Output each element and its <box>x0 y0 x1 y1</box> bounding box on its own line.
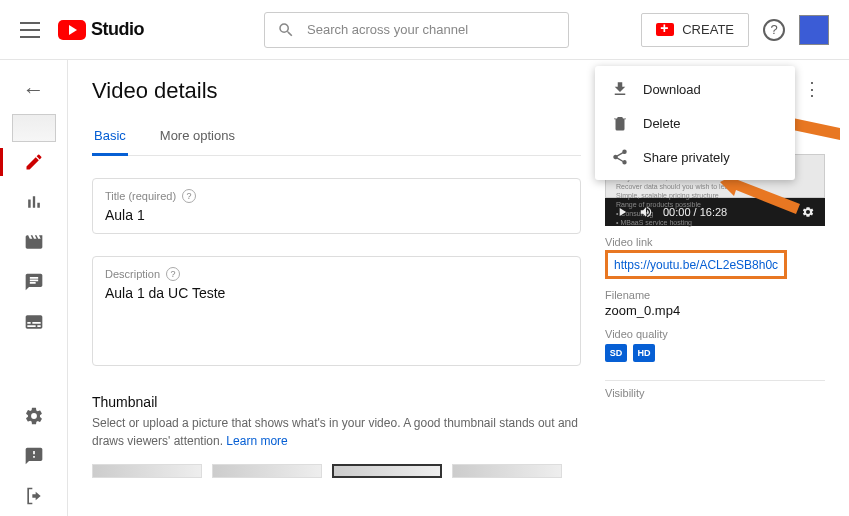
gear-icon <box>24 406 44 426</box>
description-label: Description ? <box>105 267 568 281</box>
nav-subtitles[interactable] <box>0 302 68 342</box>
user-avatar[interactable] <box>799 15 829 45</box>
share-icon <box>611 148 629 166</box>
feedback-icon <box>24 446 44 466</box>
create-label: CREATE <box>682 22 734 37</box>
filename-value: zoom_0.mp4 <box>605 303 825 318</box>
thumbnail-option[interactable] <box>92 464 202 478</box>
thumbnail-option[interactable] <box>452 464 562 478</box>
thumbnail-option[interactable] <box>212 464 322 478</box>
tab-more-options[interactable]: More options <box>158 118 237 155</box>
learn-more-link[interactable]: Learn more <box>226 434 287 448</box>
youtube-play-icon <box>58 20 86 40</box>
search-input[interactable]: Search across your channel <box>264 12 569 48</box>
nav-feedback[interactable] <box>0 436 68 476</box>
download-icon <box>611 80 629 98</box>
search-placeholder: Search across your channel <box>307 22 468 37</box>
quality-label: Video quality <box>605 328 825 340</box>
quality-badges: SD HD <box>605 344 825 362</box>
time-display: 00:00 / 16:28 <box>663 206 727 218</box>
filename-label: Filename <box>605 289 825 301</box>
volume-icon[interactable] <box>639 205 653 219</box>
help-icon[interactable]: ? <box>182 189 196 203</box>
thumbnail-section: Thumbnail Select or upload a picture tha… <box>92 394 581 478</box>
nav-comments[interactable] <box>0 262 68 302</box>
nav-analytics[interactable] <box>0 182 68 222</box>
create-button[interactable]: CREATE <box>641 13 749 47</box>
menu-download[interactable]: Download <box>595 72 795 106</box>
header-right: CREATE ? <box>641 13 829 47</box>
video-link[interactable]: https://youtu.be/ACL2eSB8h0c <box>614 258 778 272</box>
sd-badge: SD <box>605 344 627 362</box>
comments-icon <box>24 272 44 292</box>
create-icon <box>656 23 674 36</box>
side-panel: ⋮ Download Delete Share privately Busine… <box>605 78 825 516</box>
nav-whatsnew[interactable] <box>0 476 68 516</box>
visibility-label: Visibility <box>605 387 825 399</box>
thumbnail-desc: Select or upload a picture that shows wh… <box>92 414 581 450</box>
player-gear-icon[interactable] <box>801 205 815 219</box>
page-title: Video details <box>92 78 581 104</box>
video-thumbnail-nav[interactable] <box>12 114 56 142</box>
editor-icon <box>24 232 44 252</box>
tab-basic[interactable]: Basic <box>92 118 128 155</box>
title-value[interactable]: Aula 1 <box>105 207 568 223</box>
analytics-icon <box>24 192 44 212</box>
title-label: Title (required) ? <box>105 189 568 203</box>
description-field[interactable]: Description ? Aula 1 da UC Teste <box>92 256 581 366</box>
subtitles-icon <box>24 312 44 332</box>
description-value[interactable]: Aula 1 da UC Teste <box>105 285 568 301</box>
trash-icon <box>611 114 629 132</box>
video-link-highlight: https://youtu.be/ACL2eSB8h0c <box>605 250 787 279</box>
sidebar: ← <box>0 60 68 516</box>
hd-badge: HD <box>633 344 655 362</box>
menu-share-privately[interactable]: Share privately <box>595 140 795 174</box>
exit-icon <box>24 486 44 506</box>
search-icon <box>277 21 295 39</box>
more-options-icon[interactable]: ⋮ <box>803 78 819 100</box>
nav-settings[interactable] <box>0 396 68 436</box>
thumbnail-option[interactable] <box>332 464 442 478</box>
detail-tabs: Basic More options <box>92 118 581 156</box>
thumbnail-heading: Thumbnail <box>92 394 581 410</box>
back-arrow-icon[interactable]: ← <box>14 70 54 110</box>
logo-text: Studio <box>91 19 144 40</box>
main-form: Video details Basic More options Title (… <box>92 78 581 516</box>
app-header: Studio Search across your channel CREATE… <box>0 0 849 60</box>
options-menu: Download Delete Share privately <box>595 66 795 180</box>
hamburger-menu-icon[interactable] <box>20 22 40 38</box>
help-icon[interactable]: ? <box>166 267 180 281</box>
title-field[interactable]: Title (required) ? Aula 1 <box>92 178 581 234</box>
video-link-label: Video link <box>605 236 825 248</box>
nav-details[interactable] <box>0 142 68 182</box>
pencil-icon <box>24 152 44 172</box>
play-icon[interactable] <box>615 205 629 219</box>
nav-editor[interactable] <box>0 222 68 262</box>
studio-logo[interactable]: Studio <box>58 19 144 40</box>
menu-delete[interactable]: Delete <box>595 106 795 140</box>
help-icon[interactable]: ? <box>763 19 785 41</box>
